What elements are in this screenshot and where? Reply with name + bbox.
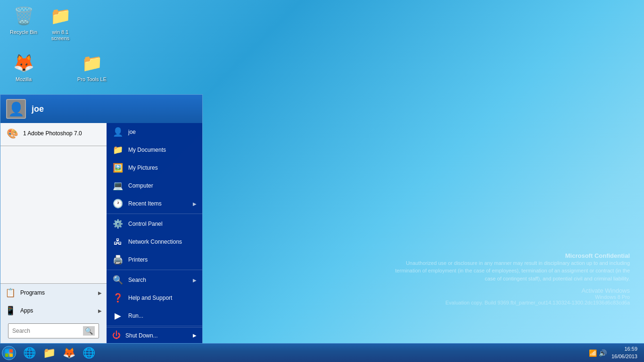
right-item-computer[interactable]: 💻 Computer [107,177,202,195]
recycle-bin-label: Recycle Bin [10,29,37,35]
desktop-icon-protools[interactable]: 📁 Pro Tools LE [73,52,111,82]
right-divider-2 [107,270,202,270]
taskbar-clock[interactable]: 16:59 16/06/2013 [609,346,640,360]
taskbar: 🌐 📁 🦊 🌐 📶 🔊 16:59 16/06/2013 [0,343,644,362]
programs-icon: 📋 [5,288,17,298]
right-item-recent-items[interactable]: 🕐 Recent Items ▶ [107,195,202,213]
right-item-help-support[interactable]: ❓ Help and Support [107,289,202,307]
network-connections-icon: 🖧 [112,236,124,247]
shutdown-arrow-icon: ▶ [193,333,197,338]
programs-arrow-icon: ▶ [98,290,102,296]
search-bar[interactable]: 🔍 [8,323,99,338]
programs-item[interactable]: 📋 Programs ▶ [0,284,107,302]
computer-icon: 💻 [112,180,124,191]
start-menu-header: 👤 joe [0,95,202,123]
printers-icon: 🖨️ [112,254,124,265]
photoshop-icon: 🎨 [5,128,19,139]
joe-label: joe [128,129,197,135]
svg-rect-2 [5,354,8,357]
search-icon: 🔍 [112,274,124,286]
recent-items-label: Recent Items [128,200,188,207]
search-label: Search [128,277,188,283]
win81-label: win 8.1screens [51,29,70,41]
help-support-icon: ❓ [112,292,124,304]
search-arrow-icon: ▶ [193,278,197,283]
desktop: 🗑️ Recycle Bin 📁 win 8.1screens 🦊 Mozill… [0,0,644,362]
run-label: Run... [128,313,197,319]
help-support-label: Help and Support [128,295,197,301]
apps-label: Apps [20,307,94,314]
clock-date: 16/06/2013 [611,353,637,360]
right-item-joe[interactable]: 👤 joe [107,123,202,141]
recycle-bin-icon: 🗑️ [12,5,35,27]
control-panel-icon: ⚙️ [112,218,124,230]
computer-label: Computer [128,182,197,189]
photoshop-label: 1 Adobe Photoshop 7.0 [23,130,102,137]
protools-label: Pro Tools LE [77,76,107,82]
shutdown-item[interactable]: ⏻ Shut Down... ▶ [107,327,202,343]
taskbar-firefox[interactable]: 🦊 [59,345,78,362]
printers-label: Printers [128,256,197,263]
mozilla-label: Mozilla [16,76,32,82]
mozilla-icon: 🦊 [12,52,35,74]
desktop-icon-win81[interactable]: 📁 win 8.1screens [41,5,79,41]
programs-label: Programs [20,289,94,296]
right-item-my-pictures[interactable]: 🖼️ My Pictures [107,159,202,177]
network-connections-label: Network Connections [128,239,197,245]
right-item-my-documents[interactable]: 📁 My Documents [107,141,202,159]
control-panel-label: Control Panel [128,221,197,227]
taskbar-ie[interactable]: 🌐 [20,345,39,362]
start-button[interactable] [2,346,16,360]
firefox-icon: 🦊 [63,347,75,359]
left-panel-divider [0,146,107,146]
svg-rect-3 [9,354,13,357]
search-input[interactable] [12,328,83,334]
right-divider-1 [107,214,202,214]
watermark: Microsoft Confidential Unauthorized use … [385,252,630,306]
run-icon: ▶ [112,310,124,321]
left-panel: 🎨 1 Adobe Photoshop 7.0 📋 Programs ▶ 📱 A… [0,123,107,343]
desktop-icon-mozilla[interactable]: 🦊 Mozilla [5,52,42,82]
svg-rect-1 [9,349,13,353]
clock-time: 16:59 [611,346,637,353]
left-bottom-section: 📋 Programs ▶ 📱 Apps ▶ 🔍 [0,283,107,343]
taskbar-pinned-items: 🌐 📁 🦊 🌐 [20,345,98,362]
right-item-run[interactable]: ▶ Run... [107,307,202,325]
svg-rect-0 [5,349,8,353]
taskbar-app5[interactable]: 🌐 [79,345,98,362]
right-item-network-connections[interactable]: 🖧 Network Connections [107,233,202,251]
ie-icon: 🌐 [23,347,36,359]
win81-icon: 📁 [49,5,72,27]
my-pictures-label: My Pictures [128,165,197,171]
shutdown-label: Shut Down... [125,332,188,339]
recent-program-photoshop[interactable]: 🎨 1 Adobe Photoshop 7.0 [0,123,107,144]
taskbar-right: 📶 🔊 16:59 16/06/2013 [589,346,644,360]
right-divider-3 [107,326,202,326]
my-documents-icon: 📁 [112,144,124,156]
shutdown-icon: ⏻ [112,330,121,340]
activate-windows: Activate Windows [385,287,630,294]
apps-item[interactable]: 📱 Apps ▶ [0,302,107,320]
right-item-search[interactable]: 🔍 Search ▶ [107,271,202,289]
confidential-title: Microsoft Confidential [385,252,630,259]
desktop-icon-recycle-bin[interactable]: 🗑️ Recycle Bin [5,5,42,35]
confidential-body: Unauthorized use or disclosure in any ma… [385,259,630,283]
search-area: 🔍 [0,320,107,343]
search-button[interactable]: 🔍 [83,326,95,336]
right-item-control-panel[interactable]: ⚙️ Control Panel [107,215,202,233]
my-documents-label: My Documents [128,147,197,153]
taskbar-explorer[interactable]: 📁 [40,345,58,362]
right-item-printers[interactable]: 🖨️ Printers [107,251,202,269]
joe-icon: 👤 [112,126,124,138]
apps-arrow-icon: ▶ [98,308,102,313]
recent-items-arrow-icon: ▶ [193,201,197,206]
user-avatar[interactable]: 👤 [6,99,26,119]
activate-line1: Activate Windows [385,287,630,294]
volume-icon[interactable]: 🔊 [599,349,607,357]
explorer-icon: 📁 [43,347,56,359]
taskbar-system-icons: 📶 🔊 [589,349,607,357]
taskbar-app5-icon: 🌐 [83,347,95,359]
start-menu-body: 🎨 1 Adobe Photoshop 7.0 📋 Programs ▶ 📱 A… [0,123,202,343]
recent-items-icon: 🕐 [112,198,124,209]
build-info: Evaluation copy. Build 9369.fbl_partner_… [385,300,630,305]
